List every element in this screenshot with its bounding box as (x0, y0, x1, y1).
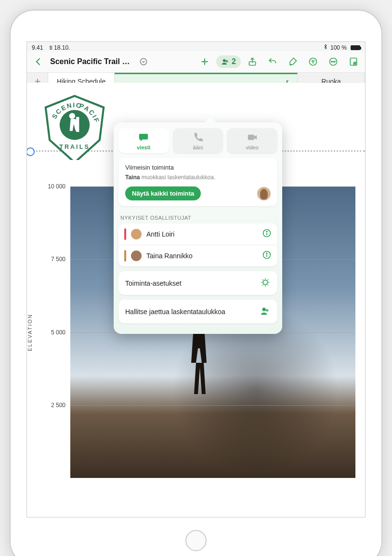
share-button[interactable] (244, 54, 261, 69)
svg-point-0 (140, 58, 146, 65)
reading-view-button[interactable] (345, 54, 362, 69)
svg-point-29 (266, 231, 267, 232)
manage-shared-icon (260, 305, 271, 318)
manage-shared-row[interactable]: Hallitse jaettua laskentataulukkoa (118, 300, 277, 323)
svg-point-22 (69, 113, 75, 119)
svg-point-34 (262, 308, 266, 311)
collaboration-popover: viesti ääni video Viimeisin toiminta Tai… (114, 122, 282, 334)
chart-yticks: 10 000 7 500 5 000 2 500 (41, 186, 65, 478)
status-bar: 9.41 ti 18.10. 100 % (27, 42, 365, 51)
ipad-frame: 9.41 ti 18.10. 100 % Scenic Pacific Trai… (10, 10, 382, 556)
info-icon[interactable] (262, 250, 272, 262)
recent-activity-heading: Viimeisin toiminta (125, 164, 271, 171)
status-right: 100 % (323, 44, 360, 51)
tab-label: video (246, 145, 259, 150)
svg-point-35 (266, 309, 269, 312)
collab-count: 2 (232, 57, 236, 66)
svg-point-33 (263, 280, 267, 284)
status-time: 9.41 (32, 44, 43, 51)
participant-row[interactable]: Taina Rannikko (118, 245, 277, 266)
svg-point-16 (354, 63, 356, 65)
manage-shared-label: Hallitse jaettua laskentataulukkoa (125, 308, 260, 316)
ytick: 7 500 (41, 256, 65, 263)
back-button[interactable] (30, 54, 47, 69)
contact-mode-segmented: viesti ääni video (118, 128, 277, 153)
message-tab[interactable]: viesti (118, 128, 169, 153)
ytick: 10 000 (41, 183, 65, 190)
info-icon[interactable] (262, 228, 272, 240)
svg-point-12 (333, 61, 334, 62)
participant-name: Antti Loiri (146, 230, 257, 238)
svg-point-11 (331, 61, 332, 62)
status-date: ti 18.10. (50, 44, 70, 51)
svg-point-3 (223, 59, 226, 62)
title-chevron-icon[interactable] (135, 54, 152, 69)
battery-icon (351, 45, 360, 50)
participant-color-swatch (124, 250, 126, 262)
recent-activity-card: Viimeisin toiminta Taina muokkasi lasken… (118, 158, 277, 206)
activity-settings-icon (260, 277, 271, 289)
ytick: 2 500 (41, 402, 65, 409)
bluetooth-icon (323, 44, 328, 51)
add-button[interactable] (196, 54, 213, 69)
video-tab[interactable]: video (227, 128, 277, 153)
activity-settings-row[interactable]: Toiminta-asetukset (118, 271, 277, 295)
participants-list: Antti Loiri Taina Rannikko (118, 224, 277, 266)
status-left: 9.41 ti 18.10. (32, 44, 70, 51)
svg-rect-23 (76, 117, 79, 132)
tab-label: viesti (137, 145, 150, 150)
participant-name: Taina Rannikko (146, 252, 257, 260)
svg-rect-26 (248, 135, 254, 140)
participants-heading: NYKYISET OSALLISTUJAT (118, 211, 277, 224)
participant-avatar (131, 229, 142, 239)
ytick: 5 000 (41, 329, 65, 336)
more-button[interactable] (325, 54, 342, 69)
battery-text: 100 % (330, 44, 347, 51)
home-button[interactable] (185, 530, 207, 551)
recent-actor-avatar (257, 187, 271, 200)
undo-button[interactable] (264, 54, 281, 69)
screen: 9.41 ti 18.10. 100 % Scenic Pacific Trai… (26, 41, 366, 517)
format-brush-button[interactable] (284, 54, 301, 69)
audio-tab[interactable]: ääni (173, 128, 223, 153)
participant-avatar (131, 251, 142, 261)
filter-button[interactable] (304, 54, 322, 69)
svg-point-13 (335, 61, 336, 62)
recent-activity-text: Taina muokkasi laskentataulukkoa. (125, 174, 271, 181)
participant-row[interactable]: Antti Loiri (118, 224, 277, 245)
svg-point-4 (226, 60, 228, 63)
svg-point-32 (266, 253, 267, 254)
svg-text:TRAILS: TRAILS (59, 144, 90, 150)
chart-ylabel: ELEVATION (27, 313, 33, 351)
activity-settings-label: Toiminta-asetukset (125, 279, 260, 287)
app-toolbar: Scenic Pacific Trail Se... 2 (27, 51, 365, 73)
document-title[interactable]: Scenic Pacific Trail Se... (50, 57, 132, 66)
trail-badge-logo: SCENIC PACIFIC TRAILS (44, 95, 105, 160)
tab-label: ääni (193, 145, 203, 150)
canvas[interactable]: SCENIC PACIFIC TRAILS ELEVATION 10 000 7… (27, 83, 365, 517)
show-all-activity-button[interactable]: Näytä kaikki toiminta (125, 186, 201, 200)
participant-color-swatch (124, 228, 126, 240)
collaboration-button[interactable]: 2 (216, 55, 241, 68)
